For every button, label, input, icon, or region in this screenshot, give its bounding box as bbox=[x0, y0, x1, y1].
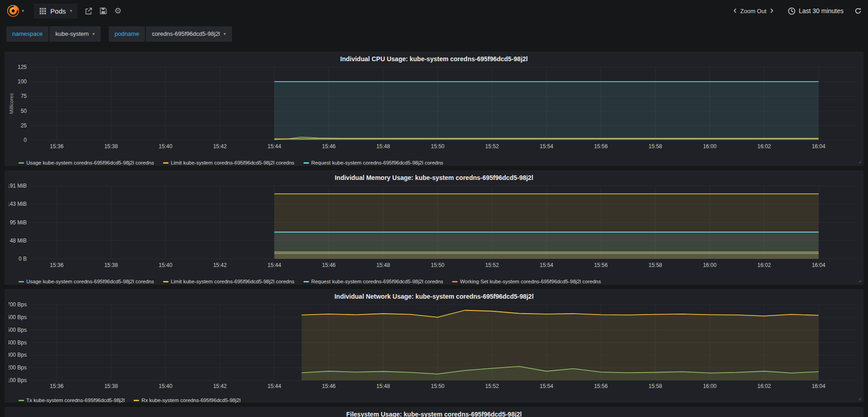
y-tick-label: 143 MiB bbox=[9, 201, 27, 207]
panel-memory: Individual Memory Usage: kube-system cor… bbox=[5, 170, 863, 285]
clock-icon bbox=[788, 7, 796, 15]
x-tick-label: 16:00 bbox=[703, 143, 717, 150]
legend-series-color bbox=[19, 400, 24, 401]
panel-title[interactable]: Individual Memory Usage: kube-system cor… bbox=[9, 172, 859, 184]
series-fill-1 bbox=[302, 310, 819, 381]
x-tick-label: 15:48 bbox=[376, 262, 390, 268]
refresh-button[interactable] bbox=[854, 7, 862, 15]
x-tick-label: 15:44 bbox=[268, 143, 281, 150]
panel-resize-handle[interactable] bbox=[858, 397, 862, 401]
network-usage-chart[interactable]: 15:3615:3815:4015:4215:4415:4615:4815:50… bbox=[9, 302, 860, 393]
grafana-menu-button[interactable]: ▾ bbox=[6, 4, 24, 18]
x-tick-label: 15:54 bbox=[540, 143, 553, 150]
panel-title[interactable]: Filesystem Usage: kube-system coredns-69… bbox=[9, 408, 859, 417]
variable-podname-label: podname bbox=[109, 26, 145, 42]
x-tick-label: 15:42 bbox=[213, 383, 227, 389]
x-tick-label: 15:36 bbox=[50, 143, 63, 150]
settings-button[interactable]: ⚙ bbox=[114, 7, 121, 15]
time-range-picker[interactable]: Last 30 minutes bbox=[788, 7, 844, 15]
cpu-legend: Usage kube-system coredns-695f96dcd5-98j… bbox=[19, 157, 859, 168]
x-tick-label: 15:50 bbox=[431, 262, 444, 268]
legend-series-name: Request kube-system coredns-695f96dcd5-9… bbox=[311, 279, 444, 284]
memory-usage-chart[interactable]: 15:3615:3815:4015:4215:4415:4615:4815:50… bbox=[9, 184, 860, 274]
dashboard-title: Pods bbox=[50, 7, 66, 15]
template-variables-bar: namespace kube-system ▾ podname coredns-… bbox=[0, 22, 868, 46]
x-tick-label: 15:52 bbox=[485, 383, 499, 389]
dashboard-body: Individual CPU Usage: kube-system coredn… bbox=[0, 46, 868, 417]
zoom-out-button[interactable]: Zoom Out bbox=[739, 8, 767, 15]
x-tick-label: 15:36 bbox=[50, 262, 63, 268]
panel-network: Individual Network Usage: kube-system co… bbox=[5, 289, 863, 402]
x-tick-label: 15:46 bbox=[322, 143, 336, 150]
x-tick-label: 15:42 bbox=[213, 262, 227, 268]
x-tick-label: 15:38 bbox=[104, 262, 118, 268]
y-tick-label: 300 Bps bbox=[9, 352, 27, 358]
chevron-down-icon: ▾ bbox=[224, 32, 226, 36]
x-tick-label: 15:40 bbox=[159, 383, 172, 389]
series-fill-3 bbox=[275, 253, 819, 259]
x-tick-label: 15:56 bbox=[594, 383, 608, 389]
time-shift-back-button[interactable]: ‹ bbox=[731, 5, 739, 15]
panel-cpu: Individual CPU Usage: kube-system coredn… bbox=[5, 52, 863, 166]
grafana-logo-icon bbox=[6, 4, 20, 18]
x-tick-label: 15:52 bbox=[485, 143, 499, 150]
share-button[interactable] bbox=[85, 7, 92, 15]
panel-resize-handle[interactable] bbox=[858, 279, 862, 283]
x-tick-label: 15:36 bbox=[50, 383, 63, 389]
variable-podname-select[interactable]: coredns-695f96dcd5-98j2l ▾ bbox=[146, 26, 231, 42]
legend-item[interactable]: Request kube-system coredns-695f96dcd5-9… bbox=[304, 160, 444, 165]
x-tick-label: 16:02 bbox=[757, 262, 771, 268]
legend-series-name: Working Set kube-system coredns-695f96dc… bbox=[460, 279, 601, 284]
save-icon bbox=[100, 7, 107, 15]
legend-item[interactable]: Rx kube-system coredns-695f96dcd5-98j2l bbox=[134, 398, 241, 403]
x-tick-label: 15:54 bbox=[540, 383, 553, 389]
panel-resize-handle[interactable] bbox=[858, 160, 862, 164]
legend-series-color bbox=[304, 162, 309, 164]
x-tick-label: 15:46 bbox=[322, 383, 336, 389]
save-button[interactable] bbox=[100, 7, 107, 15]
y-axis-title: Millicores bbox=[9, 93, 14, 114]
legend-item[interactable]: Tx kube-system coredns-695f96dcd5-98j2l bbox=[19, 398, 125, 403]
panel-title[interactable]: Individual CPU Usage: kube-system coredn… bbox=[9, 53, 859, 65]
variable-namespace: namespace kube-system ▾ bbox=[6, 26, 101, 42]
legend-series-color bbox=[19, 281, 24, 282]
legend-series-name: Tx kube-system coredns-695f96dcd5-98j2l bbox=[26, 398, 125, 403]
share-icon bbox=[85, 7, 92, 15]
time-range-label: Last 30 minutes bbox=[799, 7, 844, 15]
y-tick-label: 600 Bps bbox=[9, 314, 27, 320]
dashboard-grid-icon bbox=[39, 8, 46, 15]
x-tick-label: 16:00 bbox=[703, 383, 717, 389]
variable-namespace-value: kube-system bbox=[55, 26, 89, 42]
legend-item[interactable]: Usage kube-system coredns-695f96dcd5-98j… bbox=[19, 160, 154, 165]
legend-item[interactable]: Usage kube-system coredns-695f96dcd5-98j… bbox=[19, 279, 154, 284]
x-tick-label: 15:56 bbox=[594, 262, 608, 268]
variable-namespace-label: namespace bbox=[6, 26, 48, 42]
legend-series-color bbox=[452, 281, 458, 282]
chevron-down-icon: ▾ bbox=[92, 32, 95, 36]
x-tick-label: 15:40 bbox=[159, 143, 172, 150]
x-tick-label: 15:38 bbox=[104, 383, 118, 389]
legend-item[interactable]: Limit kube-system coredns-695f96dcd5-98j… bbox=[163, 160, 294, 165]
y-tick-label: 125 bbox=[18, 65, 27, 70]
navbar: ▾ Pods ▾ ⚙ ‹ Zoom Out › bbox=[0, 0, 868, 22]
panel-title[interactable]: Individual Network Usage: kube-system co… bbox=[9, 291, 859, 302]
y-tick-label: 0 B bbox=[19, 256, 27, 262]
legend-item[interactable]: Request kube-system coredns-695f96dcd5-9… bbox=[304, 279, 444, 284]
y-tick-label: 200 Bps bbox=[9, 364, 27, 371]
time-shift-forward-button[interactable]: › bbox=[767, 5, 776, 15]
variable-namespace-select[interactable]: kube-system ▾ bbox=[49, 26, 101, 42]
gear-icon: ⚙ bbox=[114, 7, 121, 15]
x-tick-label: 15:46 bbox=[322, 262, 336, 268]
x-tick-label: 16:04 bbox=[812, 143, 825, 150]
legend-item[interactable]: Limit kube-system coredns-695f96dcd5-98j… bbox=[163, 279, 294, 284]
dashboard-picker[interactable]: Pods ▾ bbox=[34, 4, 77, 19]
variable-podname-value: coredns-695f96dcd5-98j2l bbox=[152, 26, 220, 42]
y-tick-label: 0 bbox=[24, 137, 27, 143]
x-tick-label: 15:58 bbox=[648, 383, 662, 389]
x-tick-label: 15:58 bbox=[648, 262, 662, 268]
cpu-usage-chart[interactable]: 15:3615:3815:4015:4215:4415:4615:4815:50… bbox=[9, 65, 860, 155]
x-tick-label: 15:44 bbox=[268, 383, 281, 389]
x-tick-label: 15:54 bbox=[540, 262, 553, 268]
y-tick-label: 100 Bps bbox=[9, 377, 27, 383]
legend-item[interactable]: Working Set kube-system coredns-695f96dc… bbox=[452, 279, 601, 284]
